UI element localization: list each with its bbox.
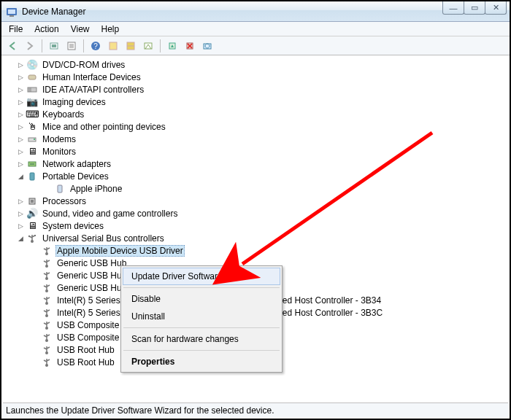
tree-node-apple-usb[interactable]: ·Apple Mobile Device USB Driver (6, 244, 510, 257)
usb-device-icon (41, 344, 53, 356)
expand-icon[interactable]: ▷ (16, 222, 25, 230)
cm-uninstall[interactable]: Uninstall (123, 308, 280, 325)
tree-node-imaging[interactable]: ▷📷Imaging devices (6, 96, 510, 108)
help-button[interactable]: ? (88, 38, 104, 54)
toolbar-icon-2[interactable] (123, 38, 139, 54)
statusbar: Launches the Update Driver Software Wiza… (3, 402, 508, 417)
tree-node-dvd[interactable]: ▷💿DVD/CD-ROM drives (6, 58, 510, 71)
cm-properties[interactable]: Properties (123, 353, 280, 370)
tree-node-modems[interactable]: ▷Modems (6, 133, 510, 145)
monitor-icon: 🖥 (26, 146, 38, 158)
toolbar-icon-3[interactable] (140, 38, 156, 54)
svg-rect-11 (110, 42, 117, 50)
tree-node-monitors[interactable]: ▷🖥Monitors (6, 145, 510, 158)
tree-node-ide[interactable]: ▷IDE ATA/ATAPI controllers (6, 83, 510, 96)
expand-icon[interactable]: ▷ (16, 160, 25, 168)
expand-icon[interactable]: ▷ (16, 98, 25, 106)
usb-device-icon (41, 257, 53, 269)
usb-device-icon (41, 307, 53, 319)
expand-icon[interactable]: ▷ (16, 135, 25, 144)
svg-point-25 (34, 139, 35, 140)
menu-help[interactable]: Help (96, 23, 126, 36)
expand-icon[interactable]: ▷ (16, 85, 25, 94)
tree-node-portable[interactable]: ◢Portable Devices (6, 170, 510, 182)
usb-device-icon (41, 245, 53, 257)
tree-node-network[interactable]: ▷Network adapters (6, 158, 510, 170)
tree-node-sound[interactable]: ▷🔊Sound, video and game controllers (6, 207, 510, 219)
tree-node-keyboards[interactable]: ▷⌨Keyboards (6, 108, 510, 120)
toolbar-icon-1[interactable] (105, 38, 121, 54)
close-button[interactable]: ✕ (485, 1, 507, 15)
usb-device-icon (41, 319, 53, 331)
usb-device-icon (41, 357, 53, 368)
collapse-icon[interactable]: ◢ (16, 234, 25, 243)
usb-device-icon (41, 270, 53, 281)
processor-icon (26, 195, 38, 207)
expand-icon[interactable]: ▷ (16, 73, 25, 82)
expand-icon[interactable]: ▷ (16, 147, 25, 156)
menu-separator (123, 327, 280, 328)
tree-node-usb[interactable]: ◢Universal Serial Bus controllers (6, 232, 510, 244)
usb-device-icon (41, 282, 53, 294)
collapse-icon[interactable]: ◢ (16, 172, 25, 181)
usb-device-icon (41, 295, 53, 306)
device-icon (54, 183, 66, 195)
expand-icon[interactable]: ▷ (16, 110, 25, 119)
expand-icon[interactable]: ▷ (16, 197, 25, 206)
expand-icon[interactable]: ▷ (16, 209, 25, 218)
window-title: Device Manager (22, 7, 85, 17)
forward-button[interactable] (22, 38, 38, 54)
tree-node-mice[interactable]: ▷🖱Mice and other pointing devices (6, 120, 510, 133)
menu-view[interactable]: View (65, 23, 96, 36)
network-icon (26, 158, 38, 170)
menu-action[interactable]: Action (28, 23, 64, 36)
tree-node-system[interactable]: ▷🖥System devices (6, 219, 510, 232)
show-hidden-button[interactable] (46, 38, 62, 54)
keyboard-icon: ⌨ (26, 109, 38, 120)
menu-file[interactable]: File (3, 23, 28, 36)
system-icon: 🖥 (26, 220, 38, 232)
usb-icon (26, 233, 38, 244)
imaging-icon: 📷 (26, 96, 38, 108)
context-menu: Update Driver Software... Disable Uninst… (120, 265, 283, 373)
expand-icon[interactable]: ▷ (16, 61, 25, 69)
ide-icon (26, 84, 38, 96)
properties-button[interactable] (64, 38, 80, 54)
cm-disable[interactable]: Disable (123, 290, 280, 308)
svg-text:?: ? (93, 42, 98, 50)
svg-rect-20 (28, 75, 36, 79)
svg-rect-4 (52, 44, 56, 47)
minimize-button[interactable]: — (442, 1, 464, 15)
mouse-icon: 🖱 (26, 121, 38, 133)
svg-rect-2 (9, 15, 14, 17)
expand-icon[interactable]: ▷ (16, 122, 25, 131)
hid-icon (26, 71, 38, 83)
toolbar: ? (1, 36, 510, 55)
menubar: File Action View Help (1, 22, 510, 36)
maximize-button[interactable]: ▭ (464, 1, 485, 15)
scan-button[interactable] (199, 38, 215, 54)
svg-rect-31 (31, 200, 34, 203)
uninstall-button[interactable] (182, 38, 198, 54)
modem-icon (26, 133, 38, 145)
menu-separator (123, 287, 280, 288)
svg-rect-1 (8, 9, 15, 14)
tree-node-processors[interactable]: ▷Processors (6, 195, 510, 207)
cm-update-driver[interactable]: Update Driver Software... (123, 268, 280, 285)
usb-device-icon (41, 332, 53, 343)
svg-point-36 (28, 235, 30, 236)
tree-node-hid[interactable]: ▷Human Interface Devices (6, 71, 510, 83)
back-button[interactable] (4, 38, 20, 54)
titlebar: Device Manager — ▭ ✕ (1, 1, 510, 22)
portable-icon (26, 171, 38, 182)
sound-icon: 🔊 (26, 208, 38, 219)
svg-rect-27 (30, 163, 34, 165)
cm-scan[interactable]: Scan for hardware changes (123, 330, 280, 348)
tree-node-iphone[interactable]: ·Apple iPhone (6, 182, 510, 195)
menu-separator (123, 350, 280, 351)
svg-rect-28 (30, 173, 34, 180)
update-driver-button[interactable] (164, 38, 180, 54)
app-icon (6, 6, 18, 18)
dvd-icon: 💿 (26, 59, 38, 71)
svg-rect-37 (34, 235, 36, 236)
